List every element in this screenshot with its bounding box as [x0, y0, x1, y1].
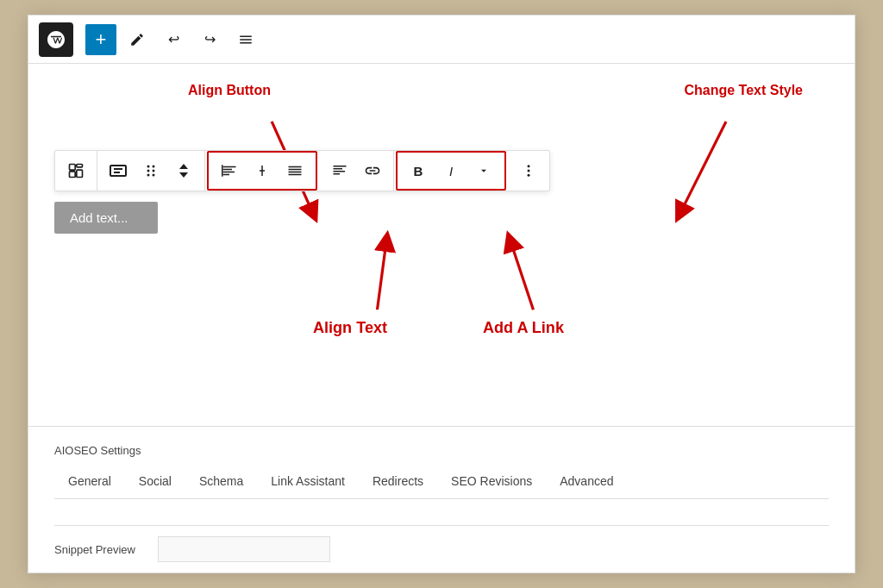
svg-text:Align Text: Align Text: [313, 319, 387, 336]
svg-rect-35: [334, 171, 346, 172]
svg-rect-10: [70, 172, 76, 178]
svg-point-37: [528, 165, 530, 167]
align-justify-icon: [287, 163, 303, 178]
bold-button[interactable]: B: [403, 155, 434, 186]
tab-general[interactable]: General: [54, 466, 125, 498]
align-group: [207, 151, 317, 191]
svg-marker-20: [179, 164, 188, 169]
pencil-icon: [129, 32, 145, 47]
more-vert-icon: [521, 163, 536, 178]
inline-block-button[interactable]: [103, 155, 134, 186]
undo-button[interactable]: ↩: [158, 24, 189, 55]
editor-main: Align Button Change Text Style Align Tex…: [28, 64, 855, 409]
aioseo-tabs: General Social Schema Link Assistant Red…: [54, 466, 829, 499]
snippet-preview-field[interactable]: [158, 536, 330, 562]
svg-point-38: [528, 170, 530, 172]
align-left-button[interactable]: [214, 155, 245, 186]
screenshot-container: + ↩ ↪ Align Button Change Text Style: [28, 15, 855, 573]
svg-point-39: [528, 174, 530, 177]
align-center-add-icon: [254, 163, 270, 178]
italic-button[interactable]: I: [435, 155, 467, 186]
change-text-style-annotation: Change Text Style: [684, 83, 803, 98]
svg-text:Add A Link: Add A Link: [483, 319, 565, 336]
snippet-preview-row: Snippet Preview: [54, 525, 829, 572]
svg-line-3: [377, 241, 386, 310]
drag-icon: [145, 163, 157, 178]
svg-rect-23: [223, 169, 233, 171]
snippet-preview-label: Snippet Preview: [54, 543, 158, 556]
inline-icon: [110, 165, 127, 177]
add-block-button[interactable]: +: [85, 24, 116, 55]
wp-toolbar: + ↩ ↪: [28, 16, 855, 64]
tab-schema[interactable]: Schema: [185, 466, 257, 498]
more-options-button[interactable]: [513, 155, 544, 186]
svg-rect-34: [334, 168, 343, 170]
more-options-group: [508, 151, 549, 191]
align-center-button[interactable]: [247, 155, 278, 186]
more-styles-button[interactable]: [468, 155, 499, 186]
svg-point-14: [147, 166, 150, 168]
hamburger-icon: [238, 32, 254, 47]
tab-redirects[interactable]: Redirects: [359, 466, 437, 498]
wp-logo: [39, 22, 73, 57]
svg-rect-24: [223, 172, 235, 173]
svg-rect-31: [289, 172, 302, 173]
inline-controls-group: [97, 151, 205, 191]
text-align-button[interactable]: [324, 155, 355, 186]
block-type-icon: [67, 162, 85, 179]
block-type-group: [55, 151, 97, 191]
svg-rect-26: [222, 165, 223, 177]
tab-link-assistant[interactable]: Link Assistant: [257, 466, 359, 498]
text-style-group: B I: [396, 151, 506, 191]
tab-social[interactable]: Social: [125, 466, 185, 498]
align-button-annotation: Align Button: [188, 83, 271, 98]
svg-point-16: [147, 170, 150, 172]
redo-button[interactable]: ↪: [194, 24, 225, 55]
svg-rect-11: [110, 166, 126, 176]
bottom-section: Snippet Preview: [28, 499, 855, 572]
aioseo-settings: AIOSEO Settings General Social Schema Li…: [28, 427, 855, 499]
text-align-link-group: [319, 151, 394, 191]
svg-point-18: [147, 174, 150, 177]
svg-point-19: [153, 174, 155, 177]
aioseo-title: AIOSEO Settings: [54, 444, 829, 457]
move-arrows-icon: [177, 163, 191, 178]
svg-marker-21: [179, 172, 188, 178]
move-up-down-button[interactable]: [168, 155, 199, 186]
menu-button[interactable]: [230, 24, 261, 55]
svg-rect-36: [334, 173, 341, 175]
svg-rect-30: [289, 169, 302, 171]
tab-seo-revisions[interactable]: SEO Revisions: [437, 466, 546, 498]
svg-rect-22: [223, 166, 236, 168]
tab-advanced[interactable]: Advanced: [546, 466, 627, 498]
svg-rect-25: [223, 174, 230, 176]
svg-point-15: [153, 166, 155, 168]
svg-rect-29: [289, 166, 302, 168]
block-toolbar-wrapper: B I Add text...: [54, 150, 829, 234]
link-button[interactable]: [357, 155, 388, 186]
svg-rect-8: [77, 165, 83, 167]
drag-handle-button[interactable]: [135, 155, 166, 186]
chevron-down-icon: [478, 165, 490, 177]
arrows-overlay: Align Text Add A Link: [28, 64, 855, 409]
svg-rect-7: [70, 165, 76, 171]
svg-rect-33: [334, 166, 347, 167]
block-toolbar: B I: [54, 150, 550, 191]
svg-line-4: [510, 241, 534, 310]
align-justify-button[interactable]: [279, 155, 310, 186]
align-left-icon: [222, 163, 237, 178]
link-icon: [364, 162, 381, 179]
svg-rect-9: [77, 170, 83, 177]
block-type-button[interactable]: [60, 155, 91, 186]
text-align-icon: [332, 163, 348, 178]
wp-logo-icon: [46, 29, 66, 50]
edit-icon-button[interactable]: [122, 24, 153, 55]
add-text-placeholder[interactable]: Add text...: [54, 202, 158, 234]
svg-point-17: [153, 170, 155, 172]
svg-rect-32: [289, 174, 302, 176]
